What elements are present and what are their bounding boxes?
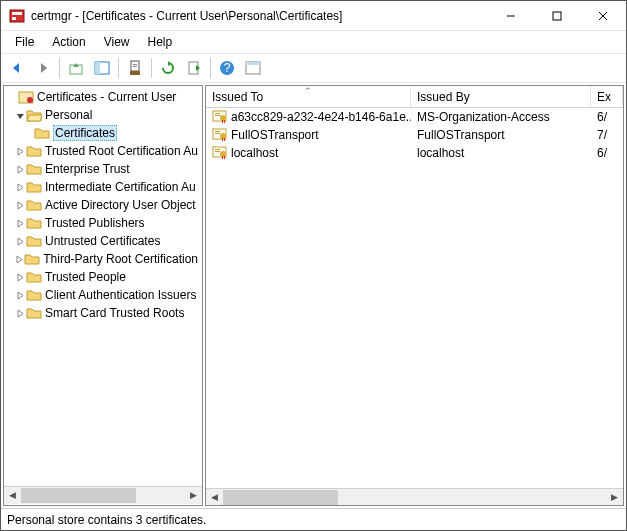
scroll-left-button[interactable]: ◀ [4,487,21,504]
options-button[interactable] [241,56,265,80]
tree-item[interactable]: Trusted People [4,268,202,286]
tree-root[interactable]: Certificates - Current User [4,88,202,106]
expander-icon[interactable] [14,291,26,300]
menu-action[interactable]: Action [44,33,93,51]
svg-rect-4 [553,12,561,20]
list-row[interactable]: FullOSTransportFullOSTransport7/ [206,126,623,144]
status-text: Personal store contains 3 certificates. [7,513,206,527]
toolbar: ? [1,53,626,83]
back-button[interactable] [5,56,29,80]
svg-rect-23 [215,115,220,116]
copy-button[interactable] [123,56,147,80]
status-bar: Personal store contains 3 certificates. [1,508,626,530]
expander-icon[interactable] [14,237,26,246]
tree-item[interactable]: Untrusted Certificates [4,232,202,250]
cell-issued-to: localhost [206,146,411,160]
folder-icon [26,269,42,285]
column-expiration[interactable]: Ex [591,86,623,107]
tree-item[interactable]: Client Authentication Issuers [4,286,202,304]
expander-icon[interactable] [14,165,26,174]
svg-rect-13 [130,71,140,75]
expander-open-icon[interactable] [14,111,26,120]
scroll-right-button[interactable]: ▶ [185,487,202,504]
toolbar-separator [59,58,60,78]
toolbar-separator [118,58,119,78]
export-list-button[interactable] [182,56,206,80]
tree-pane[interactable]: Certificates - Current User Personal Cer… [3,85,203,506]
folder-icon [26,233,42,249]
expander-icon[interactable] [14,273,26,282]
svg-rect-12 [133,66,137,67]
maximize-button[interactable] [534,1,580,31]
tree-item[interactable]: Intermediate Certification Au [4,178,202,196]
column-label: Issued To [212,90,263,104]
forward-button[interactable] [31,56,55,80]
close-button[interactable] [580,1,626,31]
expander-icon[interactable] [14,201,26,210]
folder-icon [26,143,42,159]
title-bar[interactable]: certmgr - [Certificates - Current User\P… [1,1,626,31]
tree-item-personal[interactable]: Personal [4,106,202,124]
menu-file[interactable]: File [7,33,42,51]
scroll-thumb[interactable] [223,490,338,505]
tree-scrollbar[interactable]: ◀ ▶ [4,486,202,503]
refresh-button[interactable] [156,56,180,80]
tree-item[interactable]: Smart Card Trusted Roots [4,304,202,322]
folder-icon [24,251,40,267]
svg-rect-35 [215,151,220,152]
menu-view[interactable]: View [96,33,138,51]
svg-rect-26 [224,120,225,123]
tree-label: Intermediate Certification Au [45,180,196,194]
cell-issued-to: a63cc829-a232-4e24-b146-6a1e... [206,110,411,124]
cell-expiration: 6/ [591,110,623,124]
folder-icon [26,215,42,231]
expander-icon[interactable] [14,183,26,192]
list-scrollbar[interactable]: ◀ ▶ [206,488,623,505]
svg-rect-29 [215,133,220,134]
tree-label: Smart Card Trusted Roots [45,306,184,320]
certificates-icon [18,89,34,105]
list-pane: Issued To⌃ Issued By Ex a63cc829-a232-4e… [205,85,624,506]
minimize-button[interactable] [488,1,534,31]
folder-icon [34,125,50,141]
certificate-icon [212,128,228,142]
column-issued-by[interactable]: Issued By [411,86,591,107]
scroll-right-button[interactable]: ▶ [606,489,623,506]
scroll-track[interactable] [21,487,185,504]
list-row[interactable]: localhostlocalhost6/ [206,144,623,162]
help-button[interactable]: ? [215,56,239,80]
tree-item[interactable]: Trusted Publishers [4,214,202,232]
column-headers: Issued To⌃ Issued By Ex [206,86,623,108]
svg-rect-34 [215,149,220,150]
list-row[interactable]: a63cc829-a232-4e24-b146-6a1e...MS-Organi… [206,108,623,126]
expander-icon[interactable] [14,147,26,156]
up-button[interactable] [64,56,88,80]
tree-item[interactable]: Third-Party Root Certification [4,250,202,268]
column-label: Ex [597,90,611,104]
column-issued-to[interactable]: Issued To⌃ [206,86,411,107]
expander-icon[interactable] [14,309,26,318]
tree-item-certificates[interactable]: Certificates [4,124,202,142]
tree-label: Trusted Publishers [45,216,145,230]
scroll-left-button[interactable]: ◀ [206,489,223,506]
folder-icon [26,161,42,177]
svg-rect-28 [215,131,220,132]
svg-rect-25 [222,120,223,123]
svg-rect-9 [95,62,100,74]
tree-item[interactable]: Enterprise Trust [4,160,202,178]
list-rows[interactable]: a63cc829-a232-4e24-b146-6a1e...MS-Organi… [206,108,623,488]
scroll-thumb[interactable] [21,488,136,503]
content-area: Certificates - Current User Personal Cer… [1,83,626,508]
cell-expiration: 6/ [591,146,623,160]
show-hide-tree-button[interactable] [90,56,114,80]
svg-rect-11 [133,64,137,65]
menu-bar: File Action View Help [1,31,626,53]
expander-icon[interactable] [14,219,26,228]
svg-rect-1 [12,12,22,15]
expander-icon[interactable] [14,255,24,264]
menu-help[interactable]: Help [140,33,181,51]
tree-item[interactable]: Active Directory User Object [4,196,202,214]
tree-label: Client Authentication Issuers [45,288,196,302]
scroll-track[interactable] [223,489,606,506]
tree-item[interactable]: Trusted Root Certification Au [4,142,202,160]
